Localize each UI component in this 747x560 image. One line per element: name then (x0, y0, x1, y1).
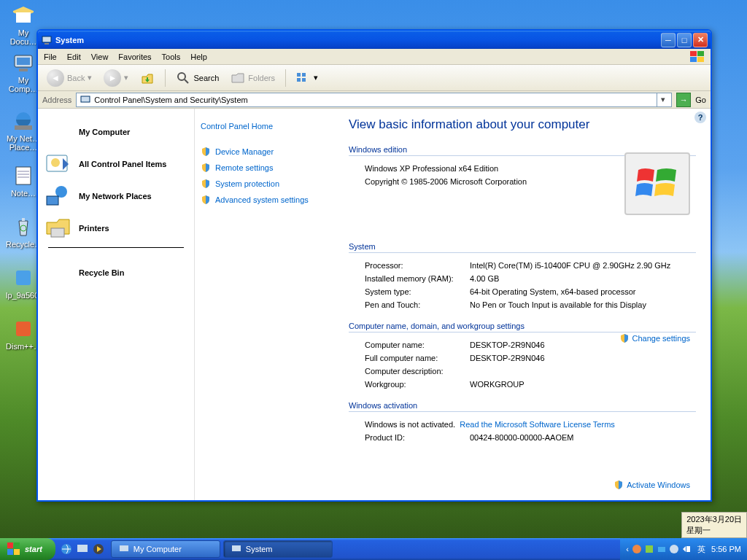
address-dropdown[interactable]: ▾ (657, 93, 668, 106)
back-button[interactable]: ◄Back ▾ (42, 68, 96, 88)
desktop-icon-recycle[interactable]: Recycle… (6, 215, 41, 249)
section-activation: Windows activation (349, 401, 696, 412)
up-button[interactable] (136, 69, 159, 87)
svg-rect-24 (47, 196, 58, 205)
svg-rect-2 (19, 69, 28, 71)
svg-rect-28 (7, 549, 13, 555)
tray-lang[interactable]: 英 (697, 544, 705, 555)
shield-icon (619, 333, 630, 343)
desktop-icon-mydocs[interactable]: My Docu… (6, 4, 41, 46)
activate-windows-link[interactable]: Activate Windows (614, 480, 690, 490)
lp-printers[interactable]: Printers (41, 212, 191, 244)
svg-rect-25 (51, 228, 64, 237)
svg-rect-29 (14, 549, 20, 555)
tray-icon[interactable] (657, 544, 667, 554)
svg-rect-4 (15, 125, 32, 130)
desktop-icon-dism[interactable]: Dism++… (6, 317, 41, 351)
tray-clock[interactable]: 5:56 PM (711, 545, 741, 553)
desktop-icon-lp[interactable]: lp_9a560… (6, 266, 41, 300)
activation-status: Windows is not activated. (365, 420, 455, 429)
license-terms-link[interactable]: Read the Microsoft Software License Term… (460, 420, 615, 429)
nav-protection[interactable]: System protection (201, 176, 334, 192)
content-area: My Computer All Control Panel Items My N… (38, 109, 711, 500)
product-id-label: Product ID: (365, 433, 470, 442)
svg-point-38 (670, 545, 678, 553)
minimize-button[interactable]: ─ (661, 33, 676, 47)
tray-icon[interactable] (632, 544, 642, 554)
svg-point-15 (178, 73, 185, 80)
shield-icon (614, 480, 624, 490)
close-button[interactable]: ✕ (693, 33, 708, 47)
windows-logo (624, 152, 690, 215)
change-settings-link[interactable]: Change settings (619, 333, 691, 343)
address-label: Address (42, 96, 71, 104)
nav-advanced[interactable]: Advanced system settings (201, 192, 334, 208)
desktop-icon-netplaces[interactable]: My Net… Place… (6, 109, 41, 152)
tray-expand[interactable]: ‹ (626, 545, 629, 553)
svg-rect-33 (120, 545, 128, 551)
menu-edit[interactable]: Edit (67, 52, 81, 61)
section-system: System (349, 242, 696, 253)
search-button[interactable]: Search (171, 69, 223, 87)
main-panel: ? View basic information about your comp… (340, 109, 711, 500)
svg-rect-11 (690, 51, 697, 56)
info-row: Processor:Intel(R) Core(TM) i5-10400F CP… (365, 259, 696, 272)
lp-netplaces[interactable]: My Network Places (41, 180, 191, 212)
windows-flag-icon (690, 51, 705, 63)
lp-controlpanel[interactable]: All Control Panel Items (41, 148, 191, 180)
svg-rect-27 (14, 542, 20, 548)
info-row: Installed memory (RAM):4.00 GB (365, 272, 696, 285)
nav-home[interactable]: Control Panel Home (201, 119, 334, 133)
help-button[interactable]: ? (694, 112, 706, 123)
desktop-icon-mycomp[interactable]: My Comp… (6, 51, 41, 93)
svg-rect-13 (690, 57, 697, 62)
menubar: File Edit View Favorites Tools Help (38, 49, 711, 65)
go-label: Go (695, 96, 706, 104)
menu-favorites[interactable]: Favorites (118, 52, 151, 61)
lp-recyclebin[interactable]: Recycle Bin (41, 257, 191, 289)
nav-device-manager[interactable]: Device Manager (201, 144, 334, 160)
maximize-button[interactable]: □ (677, 33, 692, 47)
tray-icon[interactable] (669, 544, 679, 554)
task-system[interactable]: System (223, 540, 333, 558)
section-name: Computer name, domain, and workgroup set… (349, 322, 696, 332)
nav-remote[interactable]: Remote settings (201, 160, 334, 176)
ql-ie-icon[interactable] (60, 542, 73, 556)
shield-icon (201, 179, 211, 189)
ql-desktop-icon[interactable] (76, 542, 89, 556)
info-row: Computer description: (365, 365, 696, 378)
views-button[interactable]: ▾ (292, 71, 322, 85)
shield-icon (201, 147, 211, 157)
svg-rect-26 (7, 542, 13, 548)
menu-help[interactable]: Help (190, 52, 207, 61)
folders-button[interactable]: Folders (226, 69, 279, 87)
go-button[interactable]: → (676, 93, 691, 107)
svg-rect-7 (16, 271, 31, 285)
menu-file[interactable]: File (44, 52, 57, 61)
lp-mycomputer[interactable]: My Computer (41, 116, 191, 148)
tray-icon[interactable] (681, 544, 692, 554)
ql-media-icon[interactable] (92, 542, 105, 556)
task-mycomputer[interactable]: My Computer (111, 540, 220, 558)
svg-rect-16 (297, 73, 301, 77)
systray: ‹ 英 5:56 PM (620, 538, 747, 560)
tray-icon[interactable] (644, 544, 654, 554)
date-tooltip: 2023年3月20日 星期一 (681, 512, 747, 538)
forward-button[interactable]: ► ▾ (99, 68, 133, 88)
info-row: Pen and Touch:No Pen or Touch Input is a… (365, 298, 696, 311)
menu-view[interactable]: View (91, 52, 109, 61)
svg-rect-1 (17, 58, 30, 65)
titlebar[interactable]: System ─ □ ✕ (38, 31, 711, 49)
info-row: Workgroup:WORKGROUP (365, 378, 696, 391)
taskbar: start My Computer System ‹ 英 5:56 PM (0, 538, 747, 560)
address-input[interactable]: Control Panel\System and Security\System… (76, 93, 672, 107)
desktop-icon-notepad[interactable]: Note… (6, 164, 41, 198)
svg-rect-20 (81, 96, 90, 102)
shield-icon (201, 163, 211, 173)
svg-rect-9 (42, 36, 51, 42)
svg-rect-36 (646, 545, 653, 553)
addressbar: Address Control Panel\System and Securit… (38, 91, 711, 109)
menu-tools[interactable]: Tools (162, 52, 181, 61)
start-button[interactable]: start (0, 538, 55, 560)
lp-divider (48, 247, 184, 248)
